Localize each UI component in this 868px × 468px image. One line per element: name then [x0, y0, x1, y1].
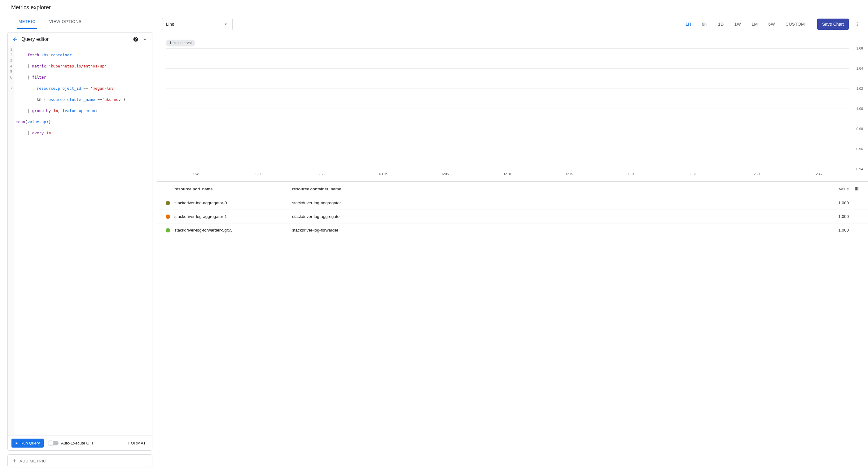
x-axis: 5:455:505:556 PM6:056:106:156:206:256:30…: [166, 170, 849, 181]
header-container-name[interactable]: resource.container_name: [292, 187, 824, 191]
time-range-1d[interactable]: 1D: [717, 20, 725, 29]
query-editor-title: Query editor: [21, 36, 130, 42]
run-query-button[interactable]: Run Query: [11, 439, 44, 447]
save-chart-button[interactable]: Save Chart: [817, 19, 849, 30]
x-tick-label: 6:10: [476, 172, 539, 176]
cell-pod-name: stackdriver-log-aggregator-0: [175, 201, 292, 205]
series-color-dot: [166, 228, 170, 232]
page-title: Metrics explorer: [0, 0, 868, 14]
time-range-1h[interactable]: 1H: [684, 20, 693, 29]
cell-value: 1.000: [824, 228, 849, 232]
time-range-1m[interactable]: 1M: [750, 20, 759, 29]
time-range-custom[interactable]: CUSTOM: [784, 20, 806, 29]
time-range-6w[interactable]: 6W: [767, 20, 776, 29]
y-tick-label: 1.00: [857, 107, 863, 110]
more-vert-icon[interactable]: [855, 21, 860, 27]
cell-value: 1.000: [824, 214, 849, 219]
chart-type-select[interactable]: Line: [162, 18, 232, 30]
chart-plot-area[interactable]: 1.061.041.021.000.980.960.94: [166, 48, 849, 169]
cell-container-name: stackdriver-log-aggregator: [292, 214, 824, 219]
header-pod-name[interactable]: resource.pod_name: [175, 187, 292, 191]
header-value[interactable]: Value: [824, 187, 849, 191]
gridline: [166, 89, 849, 89]
interval-chip: 1 min interval: [166, 40, 195, 46]
plus-icon: [12, 459, 17, 463]
y-tick-label: 0.96: [857, 147, 863, 151]
table-row[interactable]: stackdriver-log-aggregator-1stackdriver-…: [157, 210, 868, 224]
format-button[interactable]: FORMAT: [126, 438, 148, 448]
tab-view-options[interactable]: VIEW OPTIONS: [48, 14, 83, 29]
cell-pod-name: stackdriver-log-forwarder-5gf55: [175, 228, 292, 232]
cell-value: 1.000: [824, 201, 849, 205]
table-row[interactable]: stackdriver-log-forwarder-5gf55stackdriv…: [157, 224, 868, 237]
cell-pod-name: stackdriver-log-aggregator-1: [175, 214, 292, 219]
table-header: resource.pod_name resource.container_nam…: [157, 182, 868, 196]
table-row[interactable]: stackdriver-log-aggregator-0stackdriver-…: [157, 196, 868, 210]
series-color-dot: [166, 214, 170, 219]
caret-down-icon: [223, 21, 228, 27]
gridline: [166, 48, 849, 48]
gridline: [166, 129, 849, 129]
gridline: [166, 169, 849, 169]
y-tick-label: 0.94: [857, 167, 863, 171]
x-tick-label: 6:30: [725, 172, 787, 176]
x-tick-label: 6 PM: [352, 172, 414, 176]
add-metric-button[interactable]: ADD METRIC: [7, 455, 152, 467]
x-tick-label: 6:05: [414, 172, 477, 176]
gridline: [166, 149, 849, 149]
chart-type-value: Line: [166, 22, 174, 27]
x-tick-label: 5:50: [228, 172, 290, 176]
auto-execute-label: Auto-Execute OFF: [61, 441, 94, 445]
columns-icon[interactable]: [854, 186, 859, 192]
chart: 1 min interval 1.061.041.021.000.980.960…: [157, 34, 868, 181]
y-tick-label: 1.06: [857, 46, 863, 50]
y-tick-label: 1.02: [857, 87, 863, 90]
y-tick-label: 1.04: [857, 67, 863, 70]
add-metric-label: ADD METRIC: [20, 459, 46, 463]
cell-container-name: stackdriver-log-aggregator: [292, 201, 824, 205]
config-tabs: METRIC VIEW OPTIONS: [7, 14, 157, 29]
legend-table: resource.pod_name resource.container_nam…: [157, 181, 868, 237]
collapse-icon[interactable]: [142, 36, 148, 42]
auto-execute-toggle[interactable]: [49, 441, 59, 445]
x-tick-label: 6:25: [663, 172, 725, 176]
config-panel: METRIC VIEW OPTIONS Query editor 1234567…: [0, 14, 157, 467]
y-tick-label: 0.98: [857, 127, 863, 131]
line-number-gutter: 1234567: [8, 46, 14, 435]
query-editor-card: Query editor 1234567 fetch k8s_container…: [7, 32, 152, 451]
x-tick-label: 6:15: [539, 172, 601, 176]
tab-metric[interactable]: METRIC: [17, 14, 37, 29]
series-color-dot: [166, 201, 170, 205]
code-editor[interactable]: 1234567 fetch k8s_container | metric 'ku…: [8, 46, 152, 435]
series-line[interactable]: [166, 109, 849, 109]
chart-toolbar: Line 1H6H1D1W1M6WCUSTOM Save Chart: [157, 14, 868, 34]
run-query-label: Run Query: [21, 441, 40, 445]
help-icon[interactable]: [133, 36, 138, 42]
back-arrow-icon[interactable]: [12, 36, 18, 42]
code-content[interactable]: fetch k8s_container | metric 'kubernetes…: [14, 46, 152, 435]
x-tick-label: 6:20: [601, 172, 663, 176]
x-tick-label: 5:45: [166, 172, 228, 176]
x-tick-label: 5:55: [290, 172, 352, 176]
x-tick-label: 6:35: [787, 172, 849, 176]
gridline: [166, 68, 849, 69]
time-range-6h[interactable]: 6H: [701, 20, 709, 29]
time-range-1w[interactable]: 1W: [733, 20, 742, 29]
time-range-group: 1H6H1D1W1M6WCUSTOM: [684, 20, 806, 29]
play-icon: [14, 441, 19, 445]
cell-container-name: stackdriver-log-forwarder: [292, 228, 824, 232]
